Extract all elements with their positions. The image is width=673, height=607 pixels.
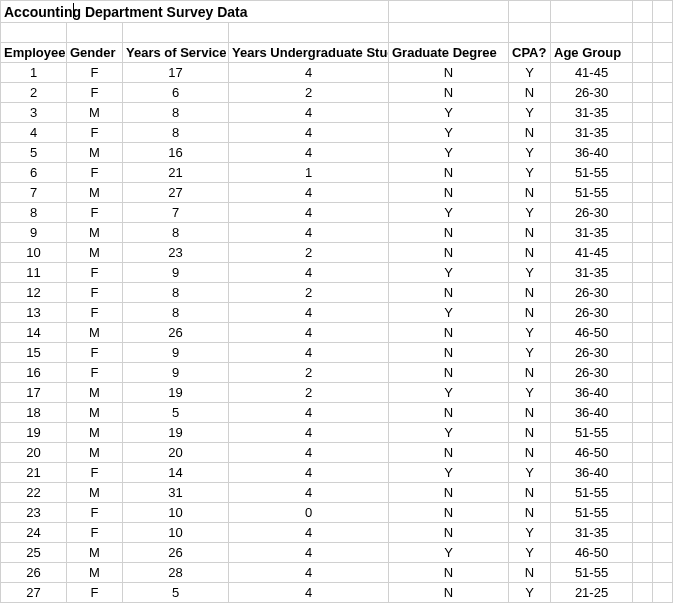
- cell-service[interactable]: 9: [123, 363, 229, 383]
- empty-cell[interactable]: [653, 123, 673, 143]
- cell-age[interactable]: 46-50: [551, 443, 633, 463]
- cell-cpa[interactable]: N: [509, 283, 551, 303]
- empty-cell[interactable]: [633, 43, 653, 63]
- cell-undergrad[interactable]: 4: [229, 463, 389, 483]
- cell-service[interactable]: 9: [123, 263, 229, 283]
- cell-gender[interactable]: M: [67, 143, 123, 163]
- cell-cpa[interactable]: N: [509, 363, 551, 383]
- empty-cell[interactable]: [633, 223, 653, 243]
- cell-age[interactable]: 36-40: [551, 403, 633, 423]
- empty-cell[interactable]: [633, 483, 653, 503]
- empty-cell[interactable]: [633, 163, 653, 183]
- cell-service[interactable]: 5: [123, 583, 229, 603]
- empty-cell[interactable]: [653, 403, 673, 423]
- cell-age[interactable]: 36-40: [551, 383, 633, 403]
- cell-age[interactable]: 36-40: [551, 143, 633, 163]
- cell-gender[interactable]: F: [67, 283, 123, 303]
- empty-cell[interactable]: [653, 303, 673, 323]
- empty-cell[interactable]: [633, 383, 653, 403]
- cell-employee[interactable]: 21: [1, 463, 67, 483]
- empty-cell[interactable]: [653, 103, 673, 123]
- cell-graduate[interactable]: N: [389, 283, 509, 303]
- empty-cell[interactable]: [653, 503, 673, 523]
- cell-gender[interactable]: F: [67, 503, 123, 523]
- empty-cell[interactable]: [653, 1, 673, 23]
- cell-graduate[interactable]: Y: [389, 103, 509, 123]
- empty-cell[interactable]: [653, 383, 673, 403]
- cell-cpa[interactable]: N: [509, 303, 551, 323]
- cell-cpa[interactable]: Y: [509, 583, 551, 603]
- cell-age[interactable]: 36-40: [551, 463, 633, 483]
- empty-cell[interactable]: [633, 423, 653, 443]
- empty-cell[interactable]: [653, 563, 673, 583]
- cell-age[interactable]: 51-55: [551, 483, 633, 503]
- empty-cell[interactable]: [633, 543, 653, 563]
- cell-undergrad[interactable]: 1: [229, 163, 389, 183]
- empty-cell[interactable]: [633, 343, 653, 363]
- cell-gender[interactable]: F: [67, 263, 123, 283]
- cell-age[interactable]: 31-35: [551, 523, 633, 543]
- cell-employee[interactable]: 26: [1, 563, 67, 583]
- cell-gender[interactable]: M: [67, 543, 123, 563]
- cell-service[interactable]: 28: [123, 563, 229, 583]
- cell-service[interactable]: 8: [123, 223, 229, 243]
- cell-undergrad[interactable]: 2: [229, 283, 389, 303]
- cell-age[interactable]: 51-55: [551, 503, 633, 523]
- empty-cell[interactable]: [1, 23, 67, 43]
- cell-service[interactable]: 26: [123, 543, 229, 563]
- cell-service[interactable]: 9: [123, 343, 229, 363]
- cell-age[interactable]: 46-50: [551, 323, 633, 343]
- cell-gender[interactable]: M: [67, 103, 123, 123]
- cell-graduate[interactable]: N: [389, 343, 509, 363]
- cell-cpa[interactable]: N: [509, 483, 551, 503]
- cell-employee[interactable]: 12: [1, 283, 67, 303]
- cell-graduate[interactable]: N: [389, 563, 509, 583]
- cell-employee[interactable]: 20: [1, 443, 67, 463]
- cell-employee[interactable]: 19: [1, 423, 67, 443]
- cell-undergrad[interactable]: 4: [229, 323, 389, 343]
- cell-employee[interactable]: 5: [1, 143, 67, 163]
- empty-cell[interactable]: [633, 283, 653, 303]
- empty-cell[interactable]: [633, 323, 653, 343]
- empty-cell[interactable]: [653, 23, 673, 43]
- cell-undergrad[interactable]: 4: [229, 143, 389, 163]
- cell-graduate[interactable]: Y: [389, 463, 509, 483]
- cell-undergrad[interactable]: 2: [229, 363, 389, 383]
- cell-service[interactable]: 8: [123, 283, 229, 303]
- cell-graduate[interactable]: Y: [389, 383, 509, 403]
- cell-graduate[interactable]: N: [389, 583, 509, 603]
- cell-age[interactable]: 51-55: [551, 183, 633, 203]
- cell-undergrad[interactable]: 4: [229, 183, 389, 203]
- cell-cpa[interactable]: N: [509, 563, 551, 583]
- empty-cell[interactable]: [653, 483, 673, 503]
- cell-gender[interactable]: F: [67, 583, 123, 603]
- empty-cell[interactable]: [653, 163, 673, 183]
- cell-graduate[interactable]: N: [389, 323, 509, 343]
- cell-graduate[interactable]: Y: [389, 143, 509, 163]
- cell-service[interactable]: 17: [123, 63, 229, 83]
- cell-graduate[interactable]: Y: [389, 203, 509, 223]
- cell-undergrad[interactable]: 4: [229, 483, 389, 503]
- cell-gender[interactable]: M: [67, 563, 123, 583]
- cell-gender[interactable]: F: [67, 123, 123, 143]
- cell-service[interactable]: 16: [123, 143, 229, 163]
- cell-service[interactable]: 19: [123, 423, 229, 443]
- cell-employee[interactable]: 14: [1, 323, 67, 343]
- cell-cpa[interactable]: N: [509, 223, 551, 243]
- empty-cell[interactable]: [67, 23, 123, 43]
- cell-employee[interactable]: 27: [1, 583, 67, 603]
- cell-gender[interactable]: M: [67, 223, 123, 243]
- cell-service[interactable]: 10: [123, 503, 229, 523]
- cell-undergrad[interactable]: 0: [229, 503, 389, 523]
- empty-cell[interactable]: [633, 243, 653, 263]
- cell-gender[interactable]: M: [67, 443, 123, 463]
- cell-graduate[interactable]: N: [389, 483, 509, 503]
- cell-employee[interactable]: 2: [1, 83, 67, 103]
- cell-gender[interactable]: F: [67, 303, 123, 323]
- cell-cpa[interactable]: N: [509, 443, 551, 463]
- empty-cell[interactable]: [653, 583, 673, 603]
- empty-cell[interactable]: [633, 103, 653, 123]
- cell-gender[interactable]: M: [67, 183, 123, 203]
- cell-age[interactable]: 26-30: [551, 343, 633, 363]
- cell-service[interactable]: 14: [123, 463, 229, 483]
